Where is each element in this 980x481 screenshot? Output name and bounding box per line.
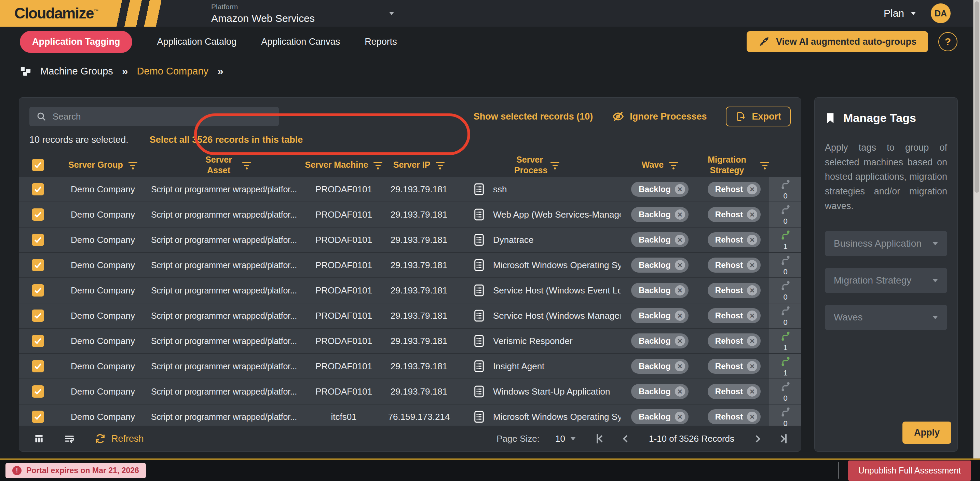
first-page-button[interactable] — [597, 434, 604, 443]
remove-wave-icon[interactable]: ✕ — [675, 184, 685, 194]
row-checkbox[interactable] — [32, 208, 44, 221]
remove-wave-icon[interactable]: ✕ — [675, 336, 685, 346]
export-button[interactable]: Export — [726, 106, 791, 126]
breadcrumb-machine-groups[interactable]: Machine Groups — [40, 65, 113, 77]
plan-menu[interactable]: Plan — [884, 8, 916, 19]
next-page-button[interactable] — [754, 436, 759, 441]
filter-icon[interactable] — [436, 160, 445, 170]
columns-icon[interactable] — [33, 433, 45, 444]
filter-icon[interactable] — [550, 160, 559, 170]
show-selected-records-link[interactable]: Show selected records (10) — [474, 111, 593, 122]
remove-strategy-icon[interactable]: ✕ — [747, 210, 757, 220]
column-header-wave[interactable]: Wave — [620, 160, 699, 170]
window-scrollbar[interactable] — [973, 0, 980, 459]
remove-strategy-icon[interactable]: ✕ — [747, 184, 757, 194]
remove-wave-icon[interactable]: ✕ — [675, 235, 685, 245]
platform-selector[interactable]: Platform Amazon Web Services — [211, 3, 394, 24]
remove-strategy-icon[interactable]: ✕ — [747, 260, 757, 270]
column-header-migration-strategy[interactable]: Migration Strategy — [699, 154, 769, 176]
remove-strategy-icon[interactable]: ✕ — [747, 235, 757, 245]
column-header-server-process[interactable]: Server Process — [453, 154, 620, 176]
wave-chip[interactable]: Backlog✕ — [631, 207, 688, 222]
remove-wave-icon[interactable]: ✕ — [675, 412, 685, 422]
remove-strategy-icon[interactable]: ✕ — [747, 361, 757, 371]
remove-strategy-icon[interactable]: ✕ — [747, 311, 757, 321]
cell-connections[interactable]: 0 — [769, 202, 801, 227]
select-migration-strategy[interactable]: Migration Strategy — [825, 268, 947, 293]
row-checkbox[interactable] — [32, 335, 44, 347]
avatar[interactable]: DA — [931, 3, 951, 23]
strategy-chip[interactable]: Rehost✕ — [708, 333, 760, 348]
row-checkbox[interactable] — [32, 183, 44, 195]
wave-chip[interactable]: Backlog✕ — [631, 308, 688, 323]
select-waves[interactable]: Waves — [825, 305, 947, 330]
remove-wave-icon[interactable]: ✕ — [675, 260, 685, 270]
cell-connections[interactable]: 1 — [769, 329, 801, 353]
strategy-chip[interactable]: Rehost✕ — [708, 308, 760, 323]
strategy-chip[interactable]: Rehost✕ — [708, 182, 760, 197]
cell-connections[interactable]: 1 — [769, 354, 801, 378]
wave-chip[interactable]: Backlog✕ — [631, 232, 688, 247]
apply-button[interactable]: Apply — [902, 422, 951, 444]
column-header-server-asset[interactable]: Server Asset — [149, 154, 303, 176]
wave-chip[interactable]: Backlog✕ — [631, 283, 688, 298]
tab-application-canvas[interactable]: Application Canvas — [261, 37, 340, 47]
remove-strategy-icon[interactable]: ✕ — [747, 412, 757, 422]
wave-chip[interactable]: Backlog✕ — [631, 384, 688, 399]
help-button[interactable]: ? — [938, 32, 958, 51]
unpublish-full-assessment-button[interactable]: Unpublish Full Assessment — [848, 460, 971, 481]
strategy-chip[interactable]: Rehost✕ — [708, 283, 760, 298]
strategy-chip[interactable]: Rehost✕ — [708, 384, 760, 399]
ignore-processes-button[interactable]: Ignore Processes — [612, 110, 706, 123]
row-checkbox[interactable] — [32, 385, 44, 398]
select-all-page-checkbox[interactable] — [32, 159, 44, 171]
cell-connections[interactable]: 0 — [769, 278, 801, 303]
strategy-chip[interactable]: Rehost✕ — [708, 359, 760, 374]
wave-chip[interactable]: Backlog✕ — [631, 409, 688, 424]
remove-strategy-icon[interactable]: ✕ — [747, 285, 757, 295]
previous-page-button[interactable] — [624, 436, 629, 441]
cell-connections[interactable]: 0 — [769, 303, 801, 328]
select-all-records-link[interactable]: Select all 3526 records in this table — [150, 135, 303, 145]
tab-application-tagging[interactable]: Application Tagging — [20, 31, 132, 53]
column-header-server-group[interactable]: Server Group — [57, 160, 149, 170]
page-size-select[interactable]: 10 — [555, 433, 576, 444]
strategy-chip[interactable]: Rehost✕ — [708, 232, 760, 247]
strategy-chip[interactable]: Rehost✕ — [708, 409, 760, 424]
remove-wave-icon[interactable]: ✕ — [675, 285, 685, 295]
cell-connections[interactable]: 0 — [769, 177, 801, 202]
row-checkbox[interactable] — [32, 284, 44, 297]
cell-connections[interactable]: 0 — [769, 253, 801, 278]
tab-reports[interactable]: Reports — [364, 37, 397, 47]
view-ai-auto-groups-button[interactable]: View AI augmented auto-groups — [747, 31, 928, 52]
tab-application-catalog[interactable]: Application Catalog — [157, 37, 237, 47]
wave-chip[interactable]: Backlog✕ — [631, 182, 688, 197]
column-header-server-ip[interactable]: Server IP — [385, 160, 453, 170]
last-page-button[interactable] — [779, 434, 787, 443]
wave-chip[interactable]: Backlog✕ — [631, 359, 688, 374]
filter-icon[interactable] — [374, 160, 382, 170]
filter-icon[interactable] — [760, 160, 769, 170]
strategy-chip[interactable]: Rehost✕ — [708, 207, 760, 222]
filter-icon[interactable] — [242, 160, 251, 170]
remove-strategy-icon[interactable]: ✕ — [747, 386, 757, 397]
row-checkbox[interactable] — [32, 360, 44, 372]
cell-connections[interactable]: 0 — [769, 379, 801, 404]
wrap-text-icon[interactable] — [64, 433, 75, 444]
remove-wave-icon[interactable]: ✕ — [675, 386, 685, 397]
row-checkbox[interactable] — [32, 411, 44, 423]
search-input[interactable] — [52, 111, 272, 122]
remove-strategy-icon[interactable]: ✕ — [747, 336, 757, 346]
search-box[interactable] — [29, 107, 279, 126]
remove-wave-icon[interactable]: ✕ — [675, 311, 685, 321]
remove-wave-icon[interactable]: ✕ — [675, 210, 685, 220]
strategy-chip[interactable]: Rehost✕ — [708, 257, 760, 273]
wave-chip[interactable]: Backlog✕ — [631, 333, 688, 348]
breadcrumb-demo-company[interactable]: Demo Company — [137, 65, 209, 77]
column-header-server-machine[interactable]: Server Machine — [303, 160, 385, 170]
filter-icon[interactable] — [669, 160, 678, 170]
row-checkbox[interactable] — [32, 259, 44, 271]
row-checkbox[interactable] — [32, 234, 44, 246]
filter-icon[interactable] — [129, 160, 137, 170]
scrollbar-thumb[interactable] — [975, 2, 979, 193]
